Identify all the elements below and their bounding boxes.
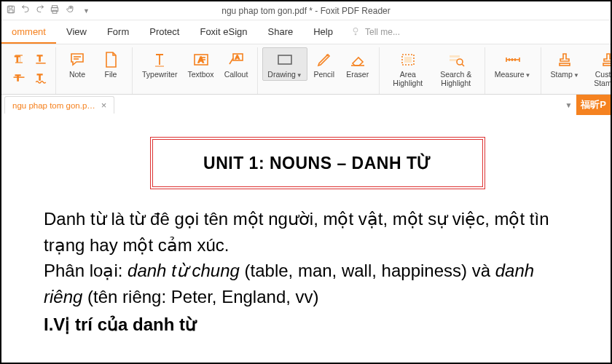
typewriter-icon [151,50,168,70]
print-icon[interactable] [50,4,60,17]
undo-icon[interactable] [20,4,31,17]
stamp-icon [556,50,573,70]
document-tab-label: ngu phap tom gon.p… [12,101,95,110]
note-file-group: Note File [56,47,133,94]
strikeout-text-icon[interactable]: T [10,69,28,87]
menu-help[interactable]: Help [303,21,343,44]
title-bar: ▼ ngu phap tom gon.pdf * - Foxit PDF Rea… [1,1,611,20]
custom-stamp-tool[interactable]: Custom Stamp▼ [584,47,612,90]
measure-icon [504,50,522,70]
paragraph-line: riêng (tên riêng: Peter, England, vv) [44,285,592,309]
stamp-group: Stamp▼ Custom Stamp▼ [541,47,612,94]
document-tab[interactable]: ngu phap tom gon.p… × [4,96,114,114]
paragraph-line: trạng hay một cảm xúc. [44,233,592,258]
svg-text:T: T [15,54,20,63]
close-tab-icon[interactable]: × [101,100,107,111]
pencil-icon [315,50,333,70]
document-viewport[interactable]: UNIT 1: NOUNS – DANH TỪ Danh từ là từ đê… [3,115,609,361]
file-tool[interactable]: File [94,47,128,81]
svg-rect-27 [450,59,457,61]
promo-badge[interactable]: 福昕P [576,95,611,115]
pencil-tool[interactable]: Pencil [307,47,341,81]
menu-protect[interactable]: Protect [139,21,189,44]
textbox-tool[interactable]: A Textbox [182,47,219,81]
squiggly-text-icon[interactable]: T [32,69,50,87]
note-tool[interactable]: Note [60,47,94,81]
drawing-tool[interactable]: Drawing▼ [262,47,307,81]
eraser-icon [349,50,366,70]
svg-text:A: A [235,54,240,60]
chevron-down-icon: ▼ [573,72,579,79]
unit-title-box: UNIT 1: NOUNS – DANH TỪ [150,137,485,189]
svg-rect-1 [9,6,12,8]
area-highlight-icon [399,50,417,70]
area-highlight-tool[interactable]: Area Highlight [384,47,432,90]
highlight-text-icon[interactable]: T [10,50,28,68]
document-tab-bar: ngu phap tom gon.p… × ▼ 福昕P [1,95,611,115]
search-highlight-icon [447,50,465,70]
svg-rect-31 [560,63,570,66]
tell-me-search[interactable]: Tell me... [350,26,400,39]
measure-tool[interactable]: Measure▼ [490,47,536,81]
chevron-down-icon: ▼ [525,72,531,79]
search-highlight-tool[interactable]: Search & Highlight [432,47,480,90]
callout-icon: A [227,50,245,70]
chevron-down-icon: ▼ [297,72,302,79]
custom-stamp-icon [600,50,612,70]
quick-access-toolbar: ▼ [6,4,90,17]
hand-tool-icon[interactable] [66,4,76,17]
tab-overflow-icon[interactable]: ▼ [560,101,576,109]
rectangle-icon [276,50,294,70]
svg-rect-22 [278,55,291,64]
menu-form[interactable]: Form [97,21,139,44]
svg-rect-2 [9,9,13,12]
svg-text:T: T [37,53,42,63]
svg-rect-25 [404,57,412,63]
stamp-tool[interactable]: Stamp▼ [546,47,584,81]
svg-rect-32 [603,63,612,66]
menu-view[interactable]: View [56,21,97,44]
svg-text:T: T [37,72,42,82]
measure-group: Measure▼ [485,47,541,94]
save-icon[interactable] [6,4,16,17]
file-attachment-icon [102,50,119,70]
text-annot-group: Typewriter A Textbox A Callout [133,47,258,94]
pdf-page: UNIT 1: NOUNS – DANH TỪ Danh từ là từ đê… [3,115,609,336]
svg-rect-5 [52,10,57,13]
svg-point-28 [457,59,463,65]
qat-dropdown-icon[interactable]: ▼ [83,7,90,15]
paragraph-line: Danh từ là từ đê gọi tên một người, một … [44,207,592,232]
typewriter-tool[interactable]: Typewriter [137,47,182,81]
menu-bar: omment View Form Protect Foxit eSign Sha… [1,20,611,44]
underline-text-icon[interactable]: T [32,50,50,68]
text-markup-group: T T T T [4,47,56,94]
section-heading: I.Vị trí của danh từ [44,312,592,337]
svg-line-29 [462,64,464,66]
lightbulb-icon [350,26,361,39]
callout-tool[interactable]: A Callout [219,47,254,81]
highlight-group: Area Highlight Search & Highlight [380,47,485,94]
note-icon [68,50,86,70]
menu-share[interactable]: Share [258,21,304,44]
ribbon-toolbar: T T T T Note File Typewriter A Textbox A… [1,44,611,95]
eraser-tool[interactable]: Eraser [341,47,374,81]
paragraph-line: Phân loại: danh từ chung (table, man, wa… [44,258,592,283]
menu-comment[interactable]: omment [1,21,56,44]
svg-point-6 [353,28,358,32]
window-title: ngu phap tom gon.pdf * - Foxit PDF Reade… [221,6,390,16]
menu-foxit-esign[interactable]: Foxit eSign [189,21,257,44]
drawing-group: Drawing▼ Pencil Eraser [258,47,379,94]
tell-me-placeholder: Tell me... [365,27,400,37]
textbox-icon: A [192,50,210,70]
svg-rect-26 [450,55,460,58]
redo-icon[interactable] [35,4,45,17]
